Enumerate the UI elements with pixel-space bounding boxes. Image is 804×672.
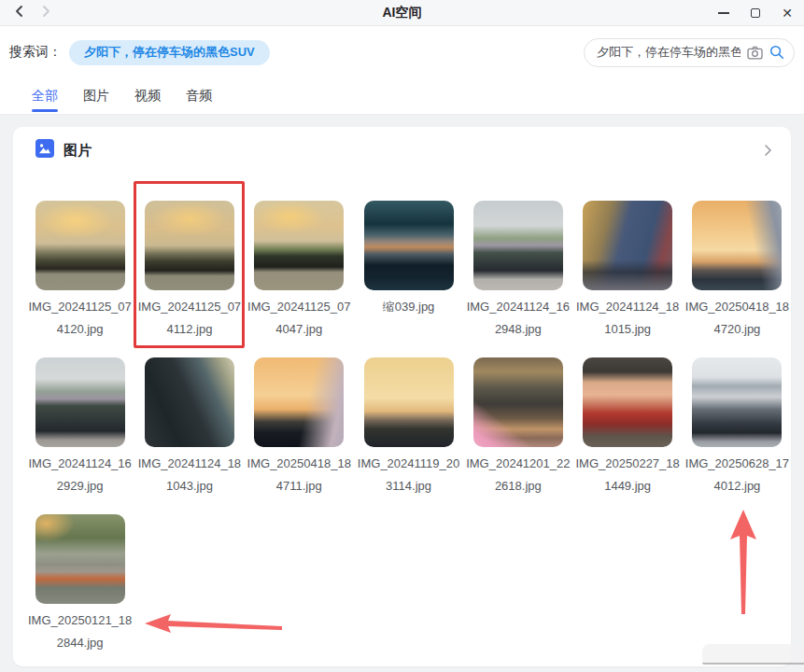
image-tile[interactable]: IMG_20241201_22 2618.jpg	[463, 357, 572, 514]
image-filename: 4112.jpg	[134, 318, 244, 341]
image-thumbnail[interactable]	[473, 201, 563, 290]
main-area: 图片 IMG_20241125_07 4120.jpg IMG_20241125…	[0, 115, 804, 672]
image-filename: IMG_20241125_07	[134, 296, 244, 318]
image-filename: IMG_20241124_16	[25, 453, 134, 475]
forward-button[interactable]	[35, 3, 56, 23]
image-tile[interactable]: IMG_20241125_07 4047.jpg	[245, 201, 354, 357]
image-tile[interactable]: IMG_20241124_18 1043.jpg	[134, 357, 244, 514]
tab-videos[interactable]: 视频	[134, 78, 161, 114]
search-input[interactable]	[597, 46, 741, 60]
image-section-icon	[35, 139, 54, 161]
image-tile[interactable]: IMG_20241119_20 3114.jpg	[354, 357, 463, 514]
minimize-button[interactable]	[716, 6, 731, 21]
image-filename: IMG_20241124_18	[573, 296, 683, 318]
maximize-button[interactable]	[748, 6, 763, 21]
image-tile[interactable]: IMG_20241125_07 4120.jpg	[25, 201, 134, 357]
tab-images[interactable]: 图片	[83, 78, 109, 114]
image-grid: IMG_20241125_07 4120.jpg IMG_20241125_07…	[25, 201, 791, 671]
image-filename: IMG_20250418_18	[683, 296, 792, 318]
image-thumbnail[interactable]	[692, 201, 782, 290]
image-filename: IMG_20241125_07	[245, 296, 354, 318]
image-tile[interactable]: IMG_20250227_18 1449.jpg	[572, 357, 682, 514]
image-thumbnail[interactable]	[35, 201, 125, 290]
image-thumbnail[interactable]	[35, 514, 125, 604]
window-title: AI空间	[0, 5, 804, 21]
image-filename: 2844.jpg	[25, 632, 134, 654]
image-filename: IMG_20250628_17	[683, 453, 792, 475]
image-filename: IMG_20241119_20	[354, 453, 463, 475]
image-thumbnail[interactable]	[145, 201, 234, 290]
search-term-label: 搜索词：	[9, 44, 62, 61]
image-tile[interactable]: IMG_20250121_18 2844.jpg	[25, 514, 134, 671]
image-tile[interactable]: 缩039.jpg	[354, 201, 463, 357]
image-filename: 2618.jpg	[463, 475, 572, 497]
image-filename: 3114.jpg	[354, 475, 463, 497]
search-row: 搜索词： 夕阳下，停在停车场的黑色SUV	[0, 26, 804, 78]
image-thumbnail[interactable]	[145, 357, 234, 447]
image-filename: 1015.jpg	[573, 318, 683, 341]
image-filename: 2929.jpg	[25, 475, 134, 497]
search-term-pill[interactable]: 夕阳下，停在停车场的黑色SUV	[69, 40, 270, 65]
section-title: 图片	[63, 142, 92, 160]
image-thumbnail[interactable]	[583, 201, 672, 290]
image-filename: IMG_20241124_16	[463, 296, 572, 318]
back-button[interactable]	[9, 3, 30, 23]
image-tile[interactable]: IMG_20250628_17 4012.jpg	[683, 357, 792, 514]
image-thumbnail[interactable]	[35, 357, 125, 447]
image-tile[interactable]: IMG_20241124_18 1015.jpg	[572, 201, 682, 357]
image-filename: IMG_20250227_18	[573, 453, 683, 475]
image-tile[interactable]: IMG_20241124_16 2948.jpg	[463, 201, 572, 357]
image-filename: 4047.jpg	[245, 318, 354, 341]
image-filename: IMG_20241201_22	[463, 453, 572, 475]
title-bar: AI空间 ✕	[0, 0, 804, 26]
image-thumbnail[interactable]	[364, 201, 454, 290]
image-filename: 4120.jpg	[25, 318, 134, 341]
image-tile-highlighted[interactable]: IMG_20241125_07 4112.jpg	[134, 201, 244, 357]
image-thumbnail[interactable]	[692, 357, 782, 447]
image-filename: 1043.jpg	[134, 475, 244, 497]
image-filename: 4012.jpg	[683, 475, 792, 497]
search-box[interactable]	[584, 38, 795, 67]
image-tile[interactable]: IMG_20250418_18 4720.jpg	[683, 201, 792, 357]
image-thumbnail[interactable]	[473, 357, 563, 447]
image-tile[interactable]: IMG_20241124_16 2929.jpg	[25, 357, 134, 514]
image-filename: IMG_20250418_18	[245, 453, 354, 475]
image-filename: IMG_20241124_18	[134, 453, 244, 475]
tab-audio[interactable]: 音频	[186, 78, 212, 114]
image-filename: 4720.jpg	[683, 318, 792, 341]
image-thumbnail[interactable]	[364, 357, 454, 447]
maximize-icon	[751, 8, 760, 18]
tab-all[interactable]: 全部	[32, 78, 58, 114]
image-thumbnail[interactable]	[254, 201, 344, 290]
close-icon: ✕	[782, 7, 793, 20]
images-section-header: 图片	[13, 141, 791, 160]
chevron-right-icon[interactable]	[764, 144, 772, 157]
image-filename: 4711.jpg	[245, 475, 354, 497]
image-tile[interactable]: IMG_20250418_18 4711.jpg	[245, 357, 354, 514]
search-icon[interactable]	[769, 45, 784, 60]
image-filename: 缩039.jpg	[354, 296, 463, 318]
image-filename: 1449.jpg	[573, 475, 683, 497]
watermark-remnant	[702, 644, 804, 665]
back-icon	[14, 4, 25, 22]
image-filename: 2948.jpg	[463, 318, 572, 341]
forward-icon	[40, 4, 51, 22]
images-section-card: 图片 IMG_20241125_07 4120.jpg IMG_20241125…	[13, 127, 791, 666]
image-thumbnail[interactable]	[254, 357, 344, 447]
tab-bar: 全部 图片 视频 音频	[0, 78, 804, 115]
camera-icon[interactable]	[747, 46, 763, 60]
image-filename: IMG_20250121_18	[25, 609, 134, 632]
image-thumbnail[interactable]	[583, 357, 672, 447]
minimize-icon	[718, 12, 729, 14]
close-button[interactable]: ✕	[780, 6, 795, 21]
image-filename: IMG_20241125_07	[25, 296, 134, 318]
